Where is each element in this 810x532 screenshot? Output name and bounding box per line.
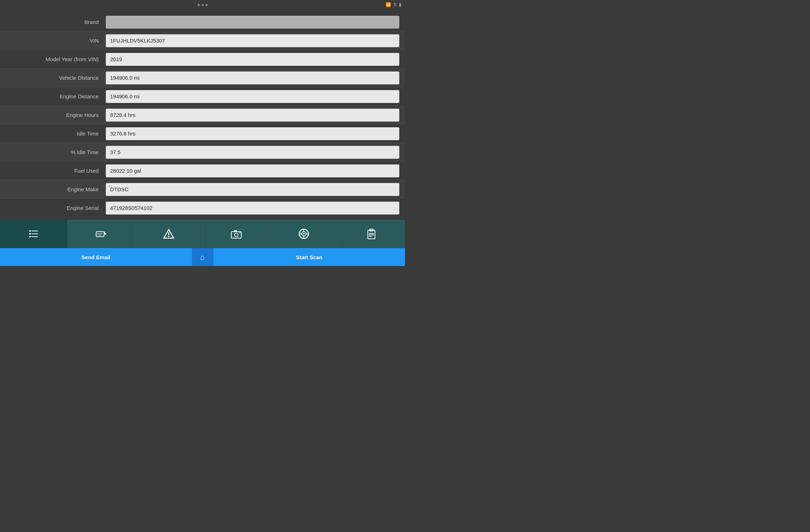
bottom-nav [0,220,405,248]
form-row-10: Engine Serial471928S0574102 [0,199,405,217]
svg-rect-3 [31,233,38,234]
field-value-6: 3276.8 hrs [106,127,399,140]
nav-item-obd[interactable] [68,220,135,248]
svg-rect-32 [369,233,374,234]
dot-1 [198,4,200,6]
svg-rect-5 [31,236,38,237]
field-value-1: 1FUJHLDV5KLKJ5307 [106,34,399,47]
svg-rect-2 [29,233,31,235]
field-label-9: Engine Make [6,186,106,192]
svg-rect-0 [29,230,31,232]
bluetooth-icon: 📶 [386,2,391,7]
form-row-5: Engine Hours8728.4 hrs [0,106,405,124]
field-value-3: 194906.0 mi [106,72,399,84]
svg-rect-4 [29,236,31,237]
field-value-9: DTDSC [106,183,399,196]
field-value-2: 2019 [106,53,399,66]
obd-icon [95,228,107,240]
field-label-3: Vehicle Distance [6,75,106,81]
dot-3 [206,4,208,6]
field-value-5: 8728.4 hrs [106,109,399,122]
field-label-8: Fuel Used [6,168,106,174]
field-value-10: 471928S0574102 [106,202,399,215]
top-dots [198,4,208,6]
checklist-icon [28,228,39,240]
svg-rect-18 [168,236,169,237]
svg-rect-21 [234,230,237,232]
dot-2 [202,4,204,6]
form-row-7: % Idle Time37.5 [0,143,405,162]
svg-rect-17 [168,232,169,235]
form-row-6: Idle Time3276.8 hrs [0,124,405,143]
main-content: BrandVIN1FUJHLDV5KLKJ5307Model Year (fro… [0,10,405,220]
nav-item-tire[interactable] [270,220,338,248]
form-row-0: Brand [0,13,405,31]
field-label-6: Idle Time [6,130,106,137]
field-value-0 [106,16,399,29]
svg-point-20 [234,233,238,237]
svg-rect-11 [97,235,98,235]
svg-rect-13 [102,235,102,235]
svg-rect-10 [102,233,102,234]
field-label-2: Model Year (from VIN) [6,56,106,62]
field-label-4: Engine Distance [6,93,106,99]
field-value-7: 37.5 [106,146,399,159]
warning-icon [163,228,174,240]
svg-rect-8 [99,233,99,234]
svg-point-25 [303,233,305,235]
field-value-4: 194906.0 mi [106,90,399,103]
svg-rect-14 [104,233,106,235]
svg-rect-33 [369,235,374,235]
svg-rect-12 [99,235,101,235]
field-label-5: Engine Hours [6,112,106,118]
form-row-1: VIN1FUJHLDV5KLKJ5307 [0,31,405,50]
nav-item-camera[interactable] [203,220,270,248]
field-label-7: % Idle Time [6,149,106,155]
svg-rect-34 [369,236,372,237]
svg-point-22 [239,232,241,233]
action-bar: Send Email ⌂ Start Scan [0,248,405,266]
battery-icon: ▮ [399,2,401,7]
status-icons: 📶 ⇅ ▮ [386,2,401,7]
field-label-1: VIN [6,38,106,44]
svg-rect-9 [100,233,101,234]
start-scan-button[interactable]: Start Scan [213,248,405,266]
svg-rect-7 [97,233,98,234]
clipboard-icon [366,228,377,240]
form-row-8: Fuel Used28022.10 gal [0,162,405,180]
camera-icon [231,228,242,240]
signal-icon: ⇅ [393,2,397,7]
form-row-4: Engine Distance194906.0 mi [0,87,405,106]
home-button[interactable]: ⌂ [192,248,213,266]
field-label-10: Engine Serial [6,205,106,211]
send-email-button[interactable]: Send Email [0,248,192,266]
field-label-0: Brand [6,19,106,25]
top-bar: 📶 ⇅ ▮ [0,0,405,10]
svg-rect-1 [31,231,38,231]
nav-item-warning[interactable] [135,220,203,248]
field-value-8: 28022.10 gal [106,164,399,177]
form-row-2: Model Year (from VIN)2019 [0,50,405,69]
svg-rect-6 [96,232,104,237]
nav-item-checklist[interactable] [0,220,68,248]
nav-item-clipboard[interactable] [338,220,405,248]
form-row-9: Engine MakeDTDSC [0,180,405,199]
tire-icon [298,228,310,240]
form-row-3: Vehicle Distance194906.0 mi [0,69,405,87]
